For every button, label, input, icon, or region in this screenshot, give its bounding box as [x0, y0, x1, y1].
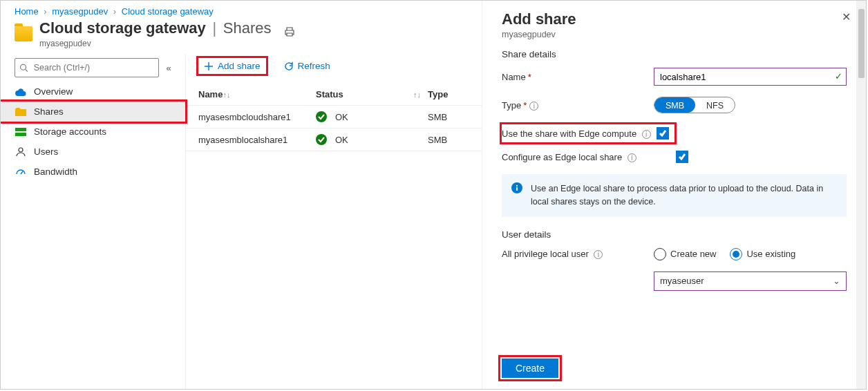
valid-check-icon: ✓: [835, 71, 842, 82]
scrollbar[interactable]: [856, 1, 866, 389]
svg-line-1: [26, 69, 28, 71]
sidebar: « Overview Shares Storage accounts Users: [1, 54, 186, 389]
cloud-icon: [15, 88, 27, 96]
sidebar-item-bandwidth[interactable]: Bandwidth: [1, 162, 185, 182]
status-ok-icon: [316, 111, 331, 122]
search-input[interactable]: [15, 58, 159, 77]
svg-rect-9: [516, 187, 518, 191]
name-label: Name*: [502, 72, 654, 82]
user-details-heading: User details: [502, 229, 847, 240]
local-share-checkbox[interactable]: [676, 151, 688, 163]
type-option-smb[interactable]: SMB: [654, 97, 695, 113]
svg-point-4: [19, 148, 23, 152]
table-row[interactable]: myasesmbcloudshare1 OK SMB: [186, 106, 482, 128]
sidebar-item-overview[interactable]: Overview: [1, 82, 185, 102]
crumb-device[interactable]: myasegpudev: [52, 6, 108, 17]
crumb-home[interactable]: Home: [15, 6, 39, 17]
chevron-right-icon: ›: [44, 6, 46, 17]
info-icon[interactable]: i: [594, 250, 603, 259]
radio-create-new[interactable]: Create new: [654, 248, 716, 260]
sidebar-item-label: Bandwidth: [34, 166, 77, 177]
panel-title: Add share: [502, 10, 847, 28]
edge-compute-checkbox[interactable]: [657, 127, 669, 140]
type-toggle[interactable]: SMB NFS: [654, 97, 735, 113]
svg-point-0: [21, 64, 26, 70]
svg-rect-2: [15, 128, 26, 131]
collapse-sidebar-button[interactable]: «: [159, 63, 178, 73]
sort-icon[interactable]: ↑↓: [223, 90, 237, 99]
status-ok-icon: [316, 134, 331, 145]
sidebar-item-users[interactable]: Users: [1, 142, 185, 162]
svg-point-7: [316, 134, 327, 145]
refresh-button[interactable]: Refresh: [279, 58, 336, 74]
info-icon[interactable]: i: [642, 130, 651, 139]
panel-subtitle: myasegpudev: [502, 30, 847, 39]
add-share-button[interactable]: Add share: [198, 58, 266, 74]
breadcrumb: Home › myasegpudev › Cloud storage gatew…: [1, 1, 482, 19]
type-option-nfs[interactable]: NFS: [695, 97, 735, 113]
user-select[interactable]: myaseuser ⌄: [654, 271, 847, 291]
folder-icon: [15, 108, 27, 116]
refresh-icon: [284, 61, 294, 71]
svg-point-6: [316, 111, 327, 122]
close-icon[interactable]: ✕: [842, 10, 851, 23]
page-title: Cloud storage gateway: [39, 19, 206, 37]
info-icon[interactable]: i: [628, 153, 636, 162]
local-share-label: Configure as Edge local share i: [502, 152, 676, 162]
page-section: Shares: [223, 19, 272, 37]
col-type[interactable]: Type: [428, 89, 448, 99]
svg-rect-3: [15, 133, 26, 136]
user-label: All privilege local user i: [502, 249, 654, 259]
print-icon[interactable]: [284, 26, 295, 37]
svg-line-5: [21, 171, 23, 174]
info-banner: Use an Edge local share to process data …: [502, 174, 847, 217]
table-row[interactable]: myasesmblocalshare1 OK SMB: [186, 128, 482, 151]
sidebar-item-shares[interactable]: Shares: [1, 102, 185, 122]
page-header: Cloud storage gateway | Shares myasegpud…: [1, 19, 482, 54]
share-name-input[interactable]: [654, 68, 847, 86]
sidebar-item-label: Overview: [34, 86, 73, 97]
plus-icon: [204, 61, 214, 71]
chevron-down-icon: ⌄: [833, 276, 840, 286]
col-status[interactable]: Status: [316, 89, 343, 99]
create-button[interactable]: Create: [502, 359, 558, 378]
edge-compute-label: Use the share with Edge compute i: [502, 128, 657, 139]
sidebar-item-storage[interactable]: Storage accounts: [1, 122, 185, 142]
storage-icon: [15, 128, 27, 136]
page-subtitle: myasegpudev: [39, 39, 272, 48]
user-icon: [15, 147, 27, 157]
sidebar-item-label: Users: [34, 146, 58, 157]
gauge-icon: [15, 167, 27, 177]
svg-rect-10: [516, 185, 518, 187]
radio-use-existing[interactable]: Use existing: [730, 248, 795, 260]
info-icon: [511, 182, 524, 209]
info-icon[interactable]: i: [529, 102, 538, 111]
share-details-heading: Share details: [502, 49, 847, 59]
col-name[interactable]: Name: [198, 89, 223, 99]
type-label: Type*i: [502, 100, 654, 111]
toolbar: Add share Refresh: [186, 54, 482, 78]
folder-icon: [15, 26, 32, 41]
add-share-panel: ✕ Add share myasegpudev Share details Na…: [482, 1, 866, 389]
sort-icon[interactable]: ↑↓: [413, 90, 428, 99]
sidebar-item-label: Shares: [34, 106, 64, 117]
shares-table: Name↑↓ Status↑↓ Type myasesmbcloudshare1…: [186, 84, 482, 151]
crumb-service[interactable]: Cloud storage gateway: [122, 6, 214, 17]
chevron-right-icon: ›: [113, 6, 116, 17]
sidebar-item-label: Storage accounts: [34, 126, 106, 137]
